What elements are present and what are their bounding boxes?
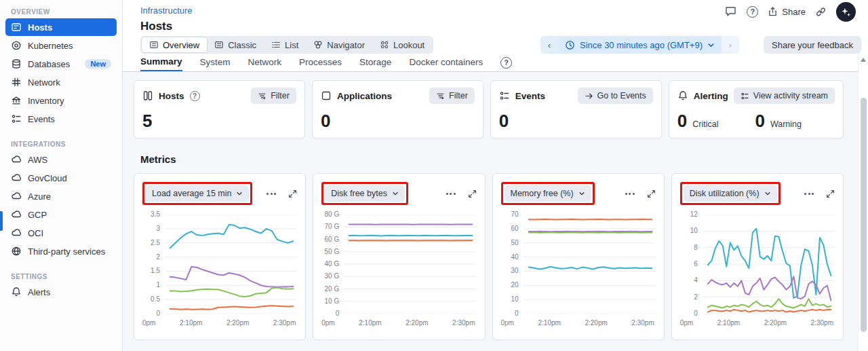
y-tick-label: 10 — [690, 227, 698, 234]
globe-icon — [11, 246, 22, 257]
scrollbar-up-arrow[interactable] — [861, 58, 866, 62]
cloud-icon — [11, 191, 22, 202]
sidebar-item-kubernetes[interactable]: Kubernetes — [5, 37, 117, 54]
sidebar-item-label: Hosts — [28, 22, 111, 33]
warning-alerts: 0 Warning — [755, 111, 802, 132]
sidebar-item-gcp[interactable]: GCP — [5, 206, 117, 223]
page-title: Hosts — [140, 20, 172, 33]
tab-docker-containers[interactable]: Docker containers — [409, 57, 483, 71]
go-to-events-button[interactable]: Go to Events — [578, 88, 653, 104]
chart-options-icon[interactable] — [623, 190, 637, 198]
hosts-icon — [11, 22, 22, 33]
annotation-red-box: Load average 15 min — [142, 182, 252, 205]
sidebar-item-alerts[interactable]: Alerts — [5, 283, 117, 301]
tab-processes[interactable]: Processes — [299, 57, 342, 71]
hosts-card: Hosts ? Filter 5 — [134, 80, 305, 138]
sidebar-item-oci[interactable]: OCI — [5, 224, 117, 242]
view-option-label: Classic — [228, 40, 256, 50]
hosts-filter-button[interactable]: Filter — [251, 88, 296, 104]
line-chart-plot[interactable] — [524, 215, 656, 314]
filter-icon — [258, 92, 267, 100]
view-option-lookout[interactable]: Lookout — [372, 37, 432, 52]
events-count-icon — [499, 90, 510, 101]
database-icon — [11, 58, 22, 69]
feedback-bubble-icon[interactable] — [724, 5, 737, 18]
chart-expand-icon[interactable] — [647, 189, 656, 198]
cloud-icon — [11, 227, 22, 238]
y-tick-label: 30 G — [325, 273, 340, 280]
y-tick-label: 30 — [511, 267, 518, 274]
arrow-right-icon — [585, 92, 593, 100]
metric-select-dropdown[interactable]: Load average 15 min — [146, 185, 249, 202]
y-tick-label: 40 — [511, 254, 518, 261]
sidebar-section-settings: SETTINGS — [5, 269, 117, 283]
view-activity-stream-button[interactable]: View activity stream — [734, 88, 835, 104]
sidebar-item-label: GovCloud — [28, 173, 111, 183]
sidebar-item-aws[interactable]: AWS — [5, 151, 117, 168]
breadcrumb-infrastructure[interactable]: Infrastructure — [140, 5, 193, 16]
series-line-purple — [170, 267, 294, 287]
line-chart-plot[interactable] — [703, 215, 835, 314]
metric-select-dropdown[interactable]: Memory free (%) — [505, 185, 591, 202]
y-tick-label: 0 — [694, 310, 698, 317]
sidebar-item-databases[interactable]: Databases New — [5, 55, 117, 73]
chart-card-memory-free: Memory free (%) 706050403020100 0pm2:10p… — [492, 173, 665, 340]
view-option-label: Navigator — [327, 40, 365, 50]
sidebar-item-hosts[interactable]: Hosts — [5, 18, 117, 36]
time-range-button[interactable]: Since 30 minutes ago (GMT+9) — [558, 36, 722, 54]
summary-cards-row: Hosts ? Filter 5 Applications Filter — [134, 80, 844, 138]
chart-expand-icon[interactable] — [826, 189, 835, 198]
chart-options-icon[interactable] — [443, 190, 458, 198]
view-option-navigator[interactable]: Navigator — [306, 37, 372, 52]
x-tick-label: 0pm — [321, 319, 334, 327]
metric-select-dropdown[interactable]: Disk free bytes — [325, 185, 405, 202]
line-chart-plot[interactable] — [344, 215, 476, 314]
tab-storage[interactable]: Storage — [359, 57, 391, 71]
y-tick-label: 8 — [694, 244, 698, 251]
y-tick-label: 6 — [694, 261, 698, 267]
sidebar-item-events[interactable]: Events — [5, 110, 117, 128]
tabs-help-icon[interactable]: ? — [500, 57, 512, 69]
share-button[interactable]: Share — [768, 6, 806, 17]
x-tick-label: 2:10pm — [180, 319, 202, 327]
view-option-classic[interactable]: Classic — [207, 37, 264, 52]
view-activity-stream-label: View activity stream — [753, 91, 828, 100]
link-icon[interactable] — [815, 6, 827, 18]
chart-expand-icon[interactable] — [288, 189, 297, 198]
metric-select-dropdown[interactable]: Disk utilization (%) — [684, 185, 777, 202]
tab-summary[interactable]: Summary — [140, 56, 182, 71]
applications-filter-button[interactable]: Filter — [429, 88, 475, 104]
scrollbar-thumb[interactable] — [861, 98, 867, 332]
ai-assistant-button[interactable] — [836, 2, 856, 22]
series-line-orange — [708, 310, 831, 312]
chart-options-icon[interactable] — [802, 190, 816, 198]
sidebar-item-network[interactable]: Network — [5, 73, 117, 91]
time-previous-button[interactable]: ‹ — [540, 36, 558, 54]
share-feedback-button[interactable]: Share your feedback — [764, 36, 861, 54]
x-tick-label: 2:20pm — [226, 319, 249, 327]
chart-options-icon[interactable] — [264, 190, 279, 198]
help-icon[interactable]: ? — [747, 6, 758, 18]
vertical-scrollbar[interactable] — [858, 54, 868, 351]
x-tick-label: 2:30pm — [273, 319, 296, 327]
series-line-cyan — [528, 267, 652, 270]
sidebar-item-label: Inventory — [28, 96, 111, 106]
tab-system[interactable]: System — [200, 57, 231, 71]
sidebar-item-azure[interactable]: Azure — [5, 187, 117, 205]
hosts-help-icon[interactable]: ? — [190, 91, 200, 101]
y-tick-label: 0.5 — [151, 296, 160, 303]
chart-expand-icon[interactable] — [468, 189, 477, 198]
sidebar-item-govcloud[interactable]: GovCloud — [5, 169, 117, 187]
time-range-label: Since 30 minutes ago (GMT+9) — [580, 40, 703, 50]
y-tick-label: 2 — [694, 294, 698, 301]
sidebar-item-third-party[interactable]: Third-party services — [5, 242, 117, 260]
time-next-button[interactable]: › — [722, 36, 739, 54]
sidebar-item-inventory[interactable]: Inventory — [5, 92, 117, 109]
tab-network[interactable]: Network — [248, 57, 282, 71]
cloud-icon — [11, 209, 22, 220]
line-chart-plot[interactable] — [165, 215, 297, 314]
sidebar: OVERVIEW Hosts Kubernetes Databases New … — [0, 0, 123, 351]
y-tick-label: 70 G — [325, 223, 340, 230]
view-option-list[interactable]: List — [264, 37, 306, 52]
view-option-overview[interactable]: Overview — [142, 37, 207, 52]
